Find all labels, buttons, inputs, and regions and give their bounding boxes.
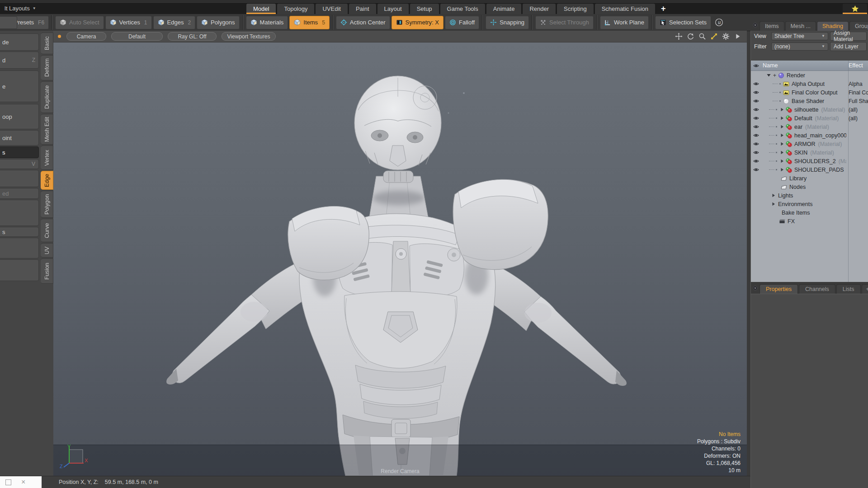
name-column-header[interactable]: Name [761, 62, 847, 69]
polygons-button[interactable]: Polygons [197, 16, 239, 29]
shader-tree-row-fx[interactable]: FX [751, 217, 868, 225]
tool-button-de[interactable]: de [0, 33, 39, 51]
sidebar-tab-edge[interactable]: Edge [41, 171, 53, 190]
shader-tree-row-environments[interactable]: Environments [751, 200, 868, 208]
sidebar-tab-uv[interactable]: UV [41, 243, 53, 258]
tool-button-7[interactable] [0, 170, 39, 187]
camera-pill[interactable]: Camera [66, 32, 106, 41]
visibility-eye-icon[interactable] [753, 81, 759, 86]
expander-closed-icon[interactable] [779, 124, 784, 129]
sidebar-tab-polygon[interactable]: Polygon [41, 191, 53, 218]
visibility-eye-icon[interactable] [753, 133, 759, 138]
expander-closed-icon[interactable] [771, 202, 776, 206]
sidebar-tab-mesh-edit[interactable]: Mesh Edit [41, 114, 53, 145]
add-layer-button[interactable]: Add Layer [830, 42, 867, 51]
tab-render[interactable]: Render [523, 4, 556, 14]
close-icon[interactable]: × [21, 479, 25, 486]
tab-animate[interactable]: Animate [486, 4, 522, 14]
selection-sets-button[interactable]: Selection Sets [655, 16, 711, 29]
sidebar-tab-deform[interactable]: Deform [41, 55, 53, 80]
filter-select[interactable]: (none) ▼ [771, 42, 828, 51]
shader-tree-row-final-color-output[interactable]: Final Color OutputFinal Co [751, 88, 868, 97]
shader-tree-row-head-main-copy000[interactable]: head_main_copy000... [751, 131, 868, 140]
ray-gl-off-pill[interactable]: Ray GL: Off [168, 32, 217, 41]
shader-tree-row-shoulders-2[interactable]: SHOULDERS_2(Mate ... [751, 157, 868, 165]
sidebar-tab-duplicate[interactable]: Duplicate [41, 81, 53, 113]
panel-tab-groups[interactable]: Groups [849, 21, 868, 31]
shader-tree-row-silhouette[interactable]: silhouette(Material)(all) [751, 105, 868, 114]
visibility-eye-icon[interactable] [753, 141, 759, 146]
shader-tree-row-armor[interactable]: ARMOR(Material) [751, 140, 868, 148]
expander-closed-icon[interactable] [779, 167, 784, 172]
tool-button-12[interactable] [0, 259, 39, 281]
items-button[interactable]: Items5 [289, 16, 329, 29]
visibility-eye-icon[interactable] [753, 150, 759, 155]
panel-tab-shading[interactable]: Shading [817, 21, 849, 31]
shader-tree-row-lights[interactable]: Lights [751, 191, 868, 200]
tab-paint[interactable]: Paint [349, 4, 376, 14]
expander-closed-icon[interactable] [771, 193, 776, 198]
maximize-square-icon[interactable] [5, 479, 11, 485]
tab-topology[interactable]: Topology [277, 4, 314, 14]
tab-lists[interactable]: Lists [836, 284, 861, 294]
expand-plus-icon[interactable]: + [773, 72, 776, 79]
tool-button-ed[interactable]: ed [0, 188, 39, 199]
shader-tree-row-library[interactable]: Library [751, 174, 868, 183]
panel-tab-mesh[interactable]: Mesh ... [785, 21, 816, 31]
tool-button-9[interactable] [0, 200, 39, 226]
sidebar-tab-basic[interactable]: Basic [41, 33, 53, 54]
tab-uvedit[interactable]: UVEdit [316, 4, 347, 14]
tool-button-11[interactable] [0, 238, 39, 258]
shader-tree-row-render[interactable]: +Render [751, 71, 868, 80]
shader-tree-row-alpha-output[interactable]: Alpha OutputAlpha [751, 80, 868, 88]
shader-tree-row-nodes[interactable]: Nodes [751, 183, 868, 191]
expander-closed-icon[interactable] [779, 150, 784, 155]
snapping-button[interactable]: Snapping [486, 16, 529, 29]
expander-closed-icon[interactable] [779, 107, 784, 112]
viewport-textures-pill[interactable]: Viewport Textures [222, 32, 276, 41]
visibility-eye-icon[interactable] [753, 90, 759, 95]
sidebar-tab-vertex[interactable]: Vertex [41, 145, 53, 170]
tab-schematic-fusion[interactable]: Schematic Fusion [595, 4, 655, 14]
falloff-button[interactable]: Falloff [445, 16, 479, 29]
tool-button-s[interactable]: s [0, 227, 39, 237]
action-center-button[interactable]: Action Center [336, 16, 390, 29]
tool-button-s[interactable]: s [0, 146, 39, 158]
materials-button[interactable]: Materials [246, 16, 288, 29]
visibility-eye-icon[interactable] [753, 99, 759, 103]
tool-button-oint[interactable]: oint [0, 130, 39, 145]
layout-switcher[interactable]: lt Layouts ▼ [5, 5, 36, 12]
panel-tab-items[interactable]: Items [760, 21, 784, 31]
assign-material-button[interactable]: Assign Material [830, 32, 867, 41]
viewport-thumb-dot[interactable] [58, 35, 61, 38]
symmetry-x-button[interactable]: Symmetry: X [392, 16, 443, 29]
settings-gear-icon[interactable] [722, 33, 730, 40]
expander-closed-icon[interactable] [779, 159, 784, 164]
shader-tree-row-skin[interactable]: SKIN(Material) [751, 148, 868, 157]
favorites-star-tab[interactable] [843, 4, 867, 14]
edge-toolbar-stub[interactable] [0, 16, 17, 29]
sidebar-tab-fusion[interactable]: Fusion [41, 258, 53, 284]
default-pill[interactable]: Default [111, 32, 163, 41]
expander-closed-icon[interactable] [779, 133, 784, 138]
tab-setup[interactable]: Setup [410, 4, 439, 14]
zoom-icon[interactable] [698, 33, 706, 40]
tool-button-d[interactable]: dZ [0, 52, 39, 69]
shader-view-select[interactable]: Shader Tree ▼ [771, 32, 828, 40]
sidebar-tab-curve[interactable]: Curve [41, 219, 53, 242]
shader-tree-row-base-shader[interactable]: Base ShaderFull Sha [751, 97, 868, 105]
add-panel-tab-button[interactable]: + [862, 284, 868, 294]
shader-tree-row-shoulder-pads[interactable]: SHOULDER_PADS(M ... [751, 165, 868, 174]
visibility-eye-icon[interactable] [753, 107, 759, 112]
unreal-bridge-button[interactable]: u [712, 16, 726, 29]
tab-model[interactable]: Model [246, 4, 276, 14]
tab-scripting[interactable]: Scripting [557, 4, 594, 14]
tab-properties[interactable]: Properties [760, 284, 798, 294]
edges-button[interactable]: Edges2 [153, 16, 196, 29]
effect-column-header[interactable]: Effect [847, 62, 868, 69]
rotate-icon[interactable] [687, 33, 694, 40]
expander-closed-icon[interactable] [779, 141, 784, 146]
expander-closed-icon[interactable] [779, 116, 784, 121]
vertices-button[interactable]: Vertices1 [105, 16, 152, 29]
tab-layout[interactable]: Layout [377, 4, 409, 14]
